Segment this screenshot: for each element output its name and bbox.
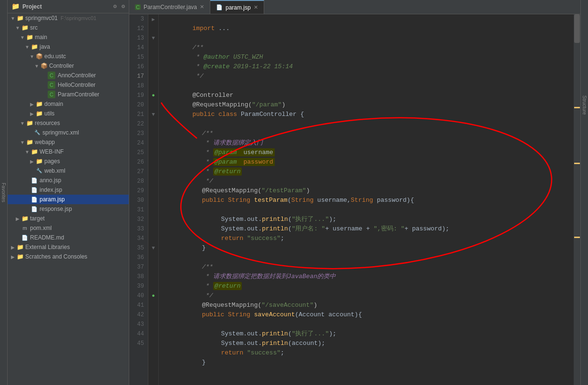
code-line-28: public String testParam(String username,…	[163, 186, 570, 196]
folder-icon-resources: 📁	[26, 119, 33, 127]
tree-item-pom-xml[interactable]: m pom.xml	[8, 223, 129, 233]
code-line-21: /**	[163, 119, 570, 129]
code-line-42: System.out.println("执行了...");	[163, 320, 570, 329]
folder-icon-src: 📁	[21, 24, 29, 31]
tree-item-main[interactable]: ▼ 📁 main	[8, 32, 129, 42]
code-line-20	[163, 110, 570, 119]
code-editor[interactable]: 3 12 13 14 15 16 17 18 19 20 21 22 23 24…	[129, 14, 580, 385]
label-index-jsp: index.jsp	[40, 187, 62, 193]
path-springmvc01: F:\springmvc01	[61, 15, 96, 21]
tree-item-webinf[interactable]: ▼ 📁 WEB-INF	[8, 147, 129, 156]
arrow-resources: ▼	[19, 121, 26, 126]
arrow-scratches: ▶	[10, 254, 16, 260]
tree-item-edu-ustc[interactable]: ▼ 📦 edu.ustc	[8, 52, 129, 61]
code-line-13: /**	[163, 33, 570, 43]
label-external-libraries: External Libraries	[25, 244, 70, 250]
gutter-marker-19: ●	[152, 93, 155, 98]
tree-item-target[interactable]: ▶ 📁 target	[8, 214, 129, 223]
left-sidebar-label: Favorites	[0, 0, 8, 385]
arrow-utils: ▶	[29, 111, 35, 116]
folder-icon-external: 📁	[16, 243, 24, 251]
scrollbar-area[interactable]	[574, 14, 580, 385]
project-sidebar: 📁 Project ⚙ ⚙ ▼ 📁 springmvc01 F:\springm…	[8, 0, 129, 385]
code-line-39: @RequestMapping("/saveAccount")	[163, 291, 570, 301]
code-line-18: @RequestMapping("/param")	[163, 91, 570, 100]
code-content[interactable]: import ... /** * @author USTC_WZH * @cre…	[159, 14, 574, 385]
label-target: target	[30, 215, 45, 222]
tree-item-java[interactable]: ▼ 📁 java	[8, 42, 129, 52]
code-line-22: * 请求数据绑定入门	[163, 129, 570, 138]
fold-icon-3[interactable]: ▶	[151, 16, 156, 22]
jsp-icon-anno: 📄	[31, 177, 38, 184]
tree-item-web-xml[interactable]: 🔧 web.xml	[8, 166, 129, 176]
label-java: java	[40, 43, 50, 50]
project-icon: 📁	[11, 2, 20, 10]
fold-icon-21[interactable]: ▼	[151, 112, 156, 117]
fold-icon-35[interactable]: ▼	[151, 245, 156, 251]
code-line-36: * 请求数据绑定把数据封装到JavaBean的类中	[163, 262, 570, 272]
code-line-37: * @return	[163, 272, 570, 281]
maven-icon: m	[21, 224, 29, 232]
code-line-33: }	[163, 234, 570, 243]
xml-icon-springmvc: 🔧	[33, 129, 41, 136]
label-param-jsp: param.jsp	[40, 196, 65, 203]
arrow-webapp: ▼	[19, 140, 26, 145]
code-line-40: public String saveAccount(Account accoun…	[163, 301, 570, 310]
tree-item-springmvc01[interactable]: ▼ 📁 springmvc01 F:\springmvc01	[8, 13, 129, 23]
tree-item-utils[interactable]: ▶ 📁 utils	[8, 109, 129, 118]
label-webinf: WEB-INF	[40, 148, 64, 155]
sync-icon[interactable]: ⚙	[113, 3, 117, 10]
tab-label-param-jsp: param.jsp	[226, 4, 251, 11]
code-line-12	[163, 24, 570, 33]
arrow-springmvc01: ▼	[10, 16, 16, 21]
tree-item-webapp[interactable]: ▼ 📁 webapp	[8, 137, 129, 147]
folder-icon-utils: 📁	[35, 110, 43, 117]
tree-item-pages[interactable]: ▶ 📁 pages	[8, 156, 129, 166]
folder-icon-java: 📁	[31, 43, 38, 51]
code-line-34	[163, 243, 570, 253]
tab-param-jsp[interactable]: 📄 param.jsp ✕	[210, 0, 264, 14]
tree-item-param-jsp[interactable]: 📄 param.jsp	[8, 195, 129, 204]
label-springmvc-xml: springmvc.xml	[42, 129, 79, 136]
tree-item-src[interactable]: ▼ 📁 src	[8, 23, 129, 32]
label-springmvc01: springmvc01	[25, 15, 58, 21]
code-line-19: public class ParamController {	[163, 100, 570, 110]
folder-icon-target: 📁	[21, 215, 29, 222]
favorites-text: Favorites	[1, 183, 6, 202]
structure-panel[interactable]: Structure	[580, 0, 588, 385]
tab-icon-jsp: 📄	[216, 4, 223, 10]
fold-icon-13[interactable]: ▼	[151, 35, 156, 41]
label-anno-controller: AnnoController	[58, 72, 96, 79]
tree-item-resources[interactable]: ▼ 📁 resources	[8, 118, 129, 128]
tree-item-anno-jsp[interactable]: 📄 anno.jsp	[8, 176, 129, 185]
java-icon-param: C	[48, 91, 55, 98]
label-webapp: webapp	[35, 139, 55, 146]
scrollbar-marker-3	[574, 237, 580, 238]
tree-item-index-jsp[interactable]: 📄 index.jsp	[8, 185, 129, 195]
tree-item-scratches[interactable]: ▶ 📁 Scratches and Consoles	[8, 252, 129, 261]
arrow-java: ▼	[24, 44, 31, 50]
scrollbar-thumb[interactable]	[574, 14, 580, 43]
editor-area: C ParamController.java ✕ 📄 param.jsp ✕ 3…	[129, 0, 580, 385]
tree-item-response-jsp[interactable]: 📄 response.jsp	[8, 204, 129, 214]
tab-close-param-controller[interactable]: ✕	[200, 4, 204, 10]
gear-icon[interactable]: ⚙	[122, 3, 125, 10]
tab-param-controller[interactable]: C ParamController.java ✕	[129, 0, 210, 14]
label-domain: domain	[44, 101, 63, 107]
tree-item-domain[interactable]: ▶ 📁 domain	[8, 99, 129, 109]
tree-item-readme[interactable]: 📄 README.md	[8, 233, 129, 242]
txt-icon-readme: 📄	[21, 234, 29, 241]
code-line-31: System.out.println("用户名: "+ username + "…	[163, 215, 570, 224]
tree-item-external-libraries[interactable]: ▶ 📁 External Libraries	[8, 242, 129, 252]
code-line-3: import ...	[163, 14, 570, 24]
label-resources: resources	[35, 120, 60, 126]
tree-item-springmvc-xml[interactable]: 🔧 springmvc.xml	[8, 128, 129, 137]
tree-item-controller-pkg[interactable]: ▼ 📦 Controller	[8, 61, 129, 71]
code-line-26: */	[163, 167, 570, 177]
folder-icon-scratches: 📁	[16, 253, 24, 260]
tree-item-param-controller[interactable]: C ParamController	[8, 90, 129, 99]
tree-item-hello-controller[interactable]: C HelloController	[8, 80, 129, 90]
tree-item-anno-controller[interactable]: C AnnoController	[8, 71, 129, 80]
tab-close-param-jsp[interactable]: ✕	[254, 4, 258, 10]
jsp-icon-param: 📄	[31, 196, 38, 203]
